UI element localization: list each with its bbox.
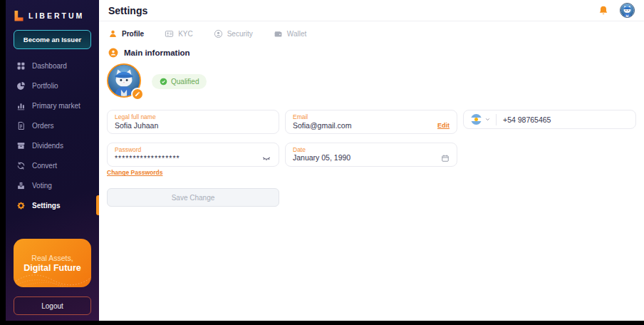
brand-logo: LIBERTUM	[6, 0, 99, 24]
notifications-bell-icon[interactable]	[598, 5, 609, 16]
edit-avatar-button[interactable]	[131, 88, 144, 100]
tab-label: KYC	[178, 30, 193, 38]
bar-chart-icon	[16, 101, 26, 110]
phone-field[interactable]: +54 98765465	[463, 110, 636, 129]
tab-security[interactable]: Security	[214, 29, 253, 38]
settings-tabs: Profile KYC	[99, 21, 644, 38]
eye-closed-icon[interactable]	[261, 153, 271, 163]
password-value: ******************	[115, 154, 180, 163]
brand-name: LIBERTUM	[28, 11, 84, 20]
tab-kyc[interactable]: KYC	[165, 29, 193, 38]
promo-card: Real Assets, Digital Future	[14, 239, 91, 287]
change-password-link[interactable]: Change Passwords	[107, 169, 644, 176]
gear-icon	[16, 201, 26, 210]
sidebar-item-label: Voting	[32, 182, 52, 190]
chevron-down-icon	[484, 116, 491, 123]
profile-avatar-row: Qualified	[99, 58, 644, 99]
argentina-flag-icon	[471, 114, 482, 125]
id-card-icon	[165, 29, 174, 38]
sidebar-item-label: Convert	[32, 162, 57, 170]
page-title: Settings	[108, 5, 598, 16]
sidebar-item-settings[interactable]: Settings	[6, 195, 99, 215]
convert-icon	[16, 161, 26, 170]
calendar-icon[interactable]	[441, 154, 450, 162]
app-window: LIBERTUM Become an Issuer Dashboard Port…	[0, 0, 644, 325]
promo-line1: Real Assets,	[31, 254, 73, 262]
main-content: Settings Profile	[99, 0, 644, 321]
profile-person-icon	[108, 29, 118, 38]
topbar: Settings	[99, 0, 644, 21]
legal-name-field[interactable]: Legal full name Sofia Juhaan	[107, 110, 279, 134]
logout-button[interactable]: Logout	[14, 296, 91, 315]
legal-name-label: Legal full name	[115, 113, 271, 121]
sidebar-item-label: Orders	[32, 122, 54, 130]
user-avatar-image	[620, 4, 634, 17]
phone-divider	[496, 114, 497, 125]
sidebar-item-label: Dashboard	[32, 62, 67, 70]
password-field[interactable]: Password ******************	[107, 143, 279, 167]
pencil-icon	[135, 91, 140, 97]
date-field[interactable]: Date January 05, 1990	[285, 143, 457, 167]
profile-form: Legal full name Sofia Juhaan Email Sofia…	[107, 110, 636, 167]
tab-label: Profile	[122, 30, 144, 38]
email-label: Email	[293, 113, 450, 121]
sidebar-item-orders[interactable]: Orders	[6, 115, 99, 135]
sidebar-item-portfolio[interactable]: Portfolio	[6, 76, 99, 96]
libertum-logo-icon	[14, 11, 24, 21]
wallet-icon	[274, 29, 283, 38]
edit-email-link[interactable]: Edit	[437, 122, 450, 129]
phone-number-value: +54 98765465	[503, 115, 551, 124]
sidebar-item-dividends[interactable]: Dividends	[6, 135, 99, 155]
sidebar-item-convert[interactable]: Convert	[6, 155, 99, 175]
tab-label: Wallet	[287, 30, 306, 38]
dividends-icon	[16, 141, 26, 150]
email-field[interactable]: Email Sofia@gmail.com Edit	[285, 110, 457, 134]
voting-icon	[16, 181, 26, 190]
date-label: Date	[293, 146, 450, 154]
security-shield-icon	[214, 29, 223, 38]
become-issuer-button[interactable]: Become an Issuer	[14, 30, 91, 49]
save-change-button[interactable]: Save Change	[107, 188, 279, 207]
password-label: Password	[115, 146, 271, 154]
dashboard-icon	[16, 61, 26, 71]
legal-name-value: Sofia Juhaan	[115, 121, 158, 130]
tab-label: Security	[227, 30, 253, 38]
sidebar-item-label: Settings	[32, 202, 60, 210]
country-code-select[interactable]	[471, 114, 491, 125]
active-indicator-bar	[96, 195, 99, 215]
section-title: Main information	[124, 48, 190, 57]
sidebar-item-label: Dividends	[32, 142, 63, 150]
sidebar: LIBERTUM Become an Issuer Dashboard Port…	[6, 0, 99, 321]
qualified-badge-label: Qualified	[171, 78, 199, 86]
sidebar-nav: Dashboard Portfolio Primary market	[6, 56, 99, 215]
sidebar-item-primary-market[interactable]: Primary market	[6, 96, 99, 115]
sidebar-item-dashboard[interactable]: Dashboard	[6, 56, 99, 76]
date-value: January 05, 1990	[293, 153, 350, 162]
main-information-icon	[108, 48, 118, 58]
portfolio-icon	[16, 81, 26, 91]
promo-line2: Digital Future	[24, 263, 81, 273]
user-avatar-small[interactable]	[620, 3, 635, 18]
sidebar-item-label: Portfolio	[32, 82, 58, 90]
qualified-badge: Qualified	[152, 74, 207, 89]
orders-icon	[16, 121, 26, 130]
main-information-section-header: Main information	[99, 38, 644, 58]
sidebar-item-label: Primary market	[32, 102, 80, 110]
tab-profile[interactable]: Profile	[108, 29, 144, 38]
sidebar-item-voting[interactable]: Voting	[6, 175, 99, 195]
check-circle-icon	[160, 78, 167, 86]
email-value: Sofia@gmail.com	[293, 121, 351, 130]
tab-wallet[interactable]: Wallet	[274, 29, 306, 38]
